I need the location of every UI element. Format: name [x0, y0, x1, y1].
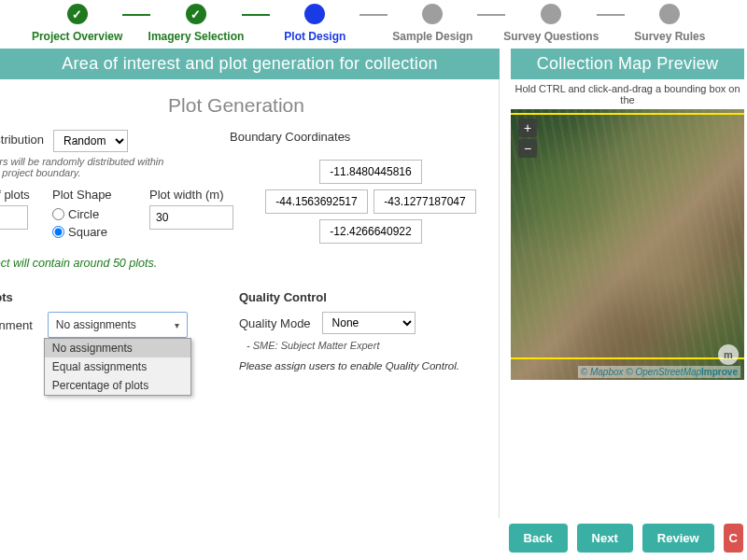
assignment-option[interactable]: No assignments	[45, 339, 190, 357]
plot-shape-label: Plot Shape	[52, 188, 127, 202]
assignment-option[interactable]: Equal assignments	[45, 357, 190, 376]
qc-header: Quality Control	[239, 290, 459, 304]
step-label: Survey Questions	[503, 30, 599, 43]
active-step-icon	[304, 4, 325, 24]
mapbox-logo-icon: m	[718, 344, 739, 365]
attr-improve[interactable]: Improve	[701, 367, 738, 377]
step-survey-questions[interactable]: Survey Questions	[503, 4, 599, 43]
pending-step-icon	[422, 4, 443, 24]
step-connector	[359, 14, 388, 16]
coord-east-input[interactable]	[374, 189, 476, 214]
zoom-in-button[interactable]: +	[518, 119, 537, 137]
shape-square-radio[interactable]: Square	[52, 225, 127, 239]
step-connector	[477, 14, 505, 16]
coord-south-input[interactable]	[319, 219, 422, 244]
distribution-hint: nters will be randomly distributed withi…	[0, 156, 170, 178]
cancel-button[interactable]: C	[724, 524, 743, 553]
coord-north-input[interactable]	[319, 160, 422, 184]
map-boundary-line	[511, 357, 744, 359]
assignment-label: signment	[0, 318, 33, 332]
panel-title: Collection Map Preview	[511, 49, 744, 79]
boundary-coords	[265, 160, 476, 244]
map-boundary-line	[511, 113, 744, 115]
step-label: Plot Design	[284, 30, 345, 43]
section-title: Plot Generation	[0, 94, 489, 117]
map-canvas[interactable]: + − m © Mapbox © OpenStreetMapImprove	[511, 109, 744, 380]
check-icon	[186, 4, 206, 24]
boundary-label: Boundary Coordinates	[230, 130, 350, 144]
step-survey-rules[interactable]: Survey Rules	[623, 4, 716, 43]
plot-estimate: oject will contain around 50 plots.	[0, 257, 489, 270]
footer-buttons: Back Next Review C	[509, 524, 743, 553]
step-connector	[122, 14, 150, 16]
step-connector	[597, 14, 625, 16]
num-plots-input[interactable]	[0, 205, 28, 230]
step-label: Imagery Selection	[148, 30, 245, 43]
stepper: Project Overview Imagery Selection Plot …	[0, 0, 747, 49]
num-plots-label: r of plots	[0, 188, 30, 202]
map-preview-panel: Collection Map Preview Hold CTRL and cli…	[511, 49, 744, 518]
assignment-dropdown-list: No assignments Equal assignments Percent…	[44, 338, 191, 396]
map-hint: Hold CTRL and click-and-drag a bounding …	[511, 79, 744, 109]
assignment-select[interactable]: No assignments	[48, 312, 188, 338]
pending-step-icon	[541, 4, 561, 24]
attr-mapbox[interactable]: © Mapbox	[581, 367, 624, 377]
review-button[interactable]: Review	[642, 524, 714, 553]
step-connector	[242, 14, 270, 16]
next-button[interactable]: Next	[577, 524, 633, 553]
back-button[interactable]: Back	[509, 524, 568, 553]
check-icon	[67, 4, 88, 24]
plot-design-panel: Area of interest and plot generation for…	[0, 49, 500, 518]
plot-width-input[interactable]	[149, 205, 233, 230]
step-imagery-selection[interactable]: Imagery Selection	[148, 4, 245, 43]
pending-step-icon	[659, 4, 680, 24]
plot-width-label: Plot width (m)	[149, 188, 243, 202]
assign-plots-header: Plots	[0, 290, 207, 304]
qc-mode-label: Quality Mode	[239, 316, 311, 330]
panel-title: Area of interest and plot generation for…	[0, 49, 500, 79]
step-sample-design[interactable]: Sample Design	[386, 4, 479, 43]
step-project-overview[interactable]: Project Overview	[31, 4, 124, 43]
coord-west-input[interactable]	[265, 189, 368, 214]
step-label: Sample Design	[392, 30, 472, 43]
map-zoom-controls: + −	[518, 119, 537, 160]
qc-assign-hint: Please assign users to enable Quality Co…	[239, 360, 459, 371]
qc-mode-select[interactable]: None	[322, 312, 416, 334]
step-label: Project Overview	[32, 30, 122, 43]
map-attribution: © Mapbox © OpenStreetMapImprove	[578, 366, 740, 378]
step-plot-design[interactable]: Plot Design	[268, 4, 361, 43]
step-label: Survey Rules	[634, 30, 705, 43]
attr-osm[interactable]: © OpenStreetMap	[626, 367, 701, 377]
assignment-option[interactable]: Percentage of plots	[45, 376, 190, 395]
shape-circle-radio[interactable]: Circle	[52, 207, 127, 221]
distribution-label: Distribution	[0, 133, 44, 147]
distribution-select[interactable]: Random	[53, 130, 128, 152]
zoom-out-button[interactable]: −	[518, 139, 537, 158]
qc-sme-hint: - SME: Subject Matter Expert	[247, 340, 459, 351]
